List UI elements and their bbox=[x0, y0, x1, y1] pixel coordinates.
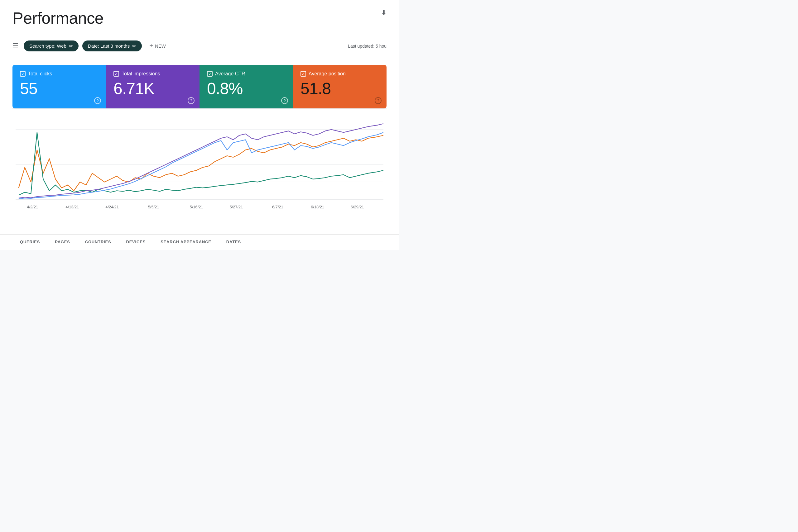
metric-checkbox-ctr[interactable] bbox=[207, 71, 213, 77]
metric-value-clicks: 55 bbox=[20, 80, 98, 97]
svg-text:6/7/21: 6/7/21 bbox=[272, 205, 283, 209]
last-updated: Last updated: 5 hou bbox=[348, 44, 386, 49]
svg-text:4/24/21: 4/24/21 bbox=[105, 205, 119, 209]
help-icon-ctr[interactable]: ? bbox=[281, 97, 288, 104]
svg-text:6/29/21: 6/29/21 bbox=[351, 205, 364, 209]
new-label: NEW bbox=[155, 43, 166, 49]
help-icon-position[interactable]: ? bbox=[375, 97, 382, 104]
edit-icon: ✏ bbox=[69, 43, 73, 49]
tab-devices[interactable]: DEVICES bbox=[119, 234, 153, 250]
tab-pages[interactable]: PAGES bbox=[48, 234, 78, 250]
date-label: Date: Last 3 months bbox=[88, 43, 130, 49]
tab-queries[interactable]: QUERIES bbox=[13, 234, 48, 250]
filter-icon[interactable]: ☰ bbox=[13, 42, 19, 50]
download-icon[interactable]: ⬇ bbox=[381, 9, 386, 17]
svg-text:6/18/21: 6/18/21 bbox=[311, 205, 324, 209]
metric-label-impressions: Total impressions bbox=[113, 71, 192, 77]
svg-text:5/5/21: 5/5/21 bbox=[148, 205, 159, 209]
search-type-chip[interactable]: Search type: Web ✏ bbox=[24, 40, 78, 51]
main-content: Total clicks 55 ? Total impressions 6.71… bbox=[0, 57, 399, 234]
help-icon-clicks[interactable]: ? bbox=[94, 97, 101, 104]
svg-text:5/27/21: 5/27/21 bbox=[230, 205, 243, 209]
date-chip[interactable]: Date: Last 3 months ✏ bbox=[82, 40, 142, 51]
toolbar: ☰ Search type: Web ✏ Date: Last 3 months… bbox=[13, 35, 386, 57]
plus-icon: + bbox=[149, 42, 153, 50]
page-header: Performance ☰ Search type: Web ✏ Date: L… bbox=[0, 0, 399, 57]
metric-card-clicks[interactable]: Total clicks 55 ? bbox=[13, 65, 106, 108]
metric-label-clicks: Total clicks bbox=[20, 71, 98, 77]
metric-value-position: 51.8 bbox=[301, 80, 379, 97]
metrics-row: Total clicks 55 ? Total impressions 6.71… bbox=[13, 65, 386, 108]
tabs-row: QUERIES PAGES COUNTRIES DEVICES SEARCH A… bbox=[0, 234, 399, 250]
tab-countries[interactable]: COUNTRIES bbox=[78, 234, 119, 250]
metric-label-ctr: Average CTR bbox=[207, 71, 286, 77]
edit-icon-date: ✏ bbox=[132, 43, 136, 49]
metric-value-impressions: 6.71K bbox=[113, 80, 192, 97]
tab-dates[interactable]: DATES bbox=[219, 234, 249, 250]
metric-value-ctr: 0.8% bbox=[207, 80, 286, 97]
tab-search-appearance[interactable]: SEARCH APPEARANCE bbox=[153, 234, 219, 250]
page-title: Performance bbox=[13, 9, 386, 35]
performance-chart: 4/2/21 4/13/21 4/24/21 5/5/21 5/16/21 5/… bbox=[16, 115, 383, 211]
metric-checkbox-impressions[interactable] bbox=[113, 71, 119, 77]
svg-text:4/13/21: 4/13/21 bbox=[66, 205, 79, 209]
metric-checkbox-clicks[interactable] bbox=[20, 71, 25, 77]
metric-checkbox-position[interactable] bbox=[301, 71, 306, 77]
svg-text:4/2/21: 4/2/21 bbox=[27, 205, 38, 209]
new-button[interactable]: + NEW bbox=[146, 40, 169, 52]
search-type-label: Search type: Web bbox=[29, 43, 67, 49]
chart-container: 4/2/21 4/13/21 4/24/21 5/5/21 5/16/21 5/… bbox=[13, 108, 386, 227]
help-icon-impressions[interactable]: ? bbox=[188, 97, 195, 104]
metric-label-position: Average position bbox=[301, 71, 379, 77]
metric-card-position[interactable]: Average position 51.8 ? bbox=[293, 65, 386, 108]
metric-card-ctr[interactable]: Average CTR 0.8% ? bbox=[200, 65, 293, 108]
svg-text:5/16/21: 5/16/21 bbox=[190, 205, 203, 209]
metric-card-impressions[interactable]: Total impressions 6.71K ? bbox=[106, 65, 200, 108]
